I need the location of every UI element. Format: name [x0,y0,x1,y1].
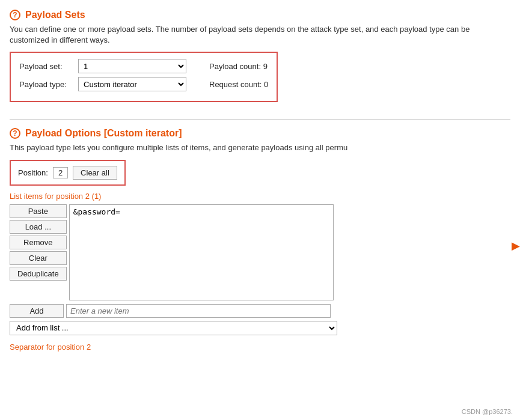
clear-all-button[interactable]: Clear all [73,166,117,180]
deduplicate-button[interactable]: Deduplicate [10,267,67,281]
payload-sets-header: ? Payload Sets [10,10,510,20]
arrow-right-icon: ▶ [512,240,520,251]
payload-count-label: Payload count: 9 [209,62,268,71]
remove-button[interactable]: Remove [10,236,67,249]
payload-sets-help-icon[interactable]: ? [10,10,20,20]
position-value: 2 [53,167,68,178]
add-item-input[interactable] [66,304,331,318]
paste-button[interactable]: Paste [10,204,67,218]
load-button[interactable]: Load ... [10,220,67,234]
request-count-value: 0 [264,80,268,89]
payload-type-label: Payload type: [19,80,73,89]
list-area: Paste Load ... Remove Clear Deduplicate … [10,204,510,300]
payload-set-label: Payload set: [19,62,73,71]
position-config-box: Position: 2 Clear all [10,160,126,186]
list-action-buttons: Paste Load ... Remove Clear Deduplicate [10,204,67,281]
payload-sets-title: Payload Sets [25,10,85,20]
add-from-list-select[interactable]: Add from list ... [10,321,337,335]
payload-options-description: This payload type lets you configure mul… [10,142,510,153]
list-section-title: List items for position 2 (1) [10,192,510,201]
clear-button[interactable]: Clear [10,251,67,265]
payload-options-section: ? Payload Options [Custom iterator] This… [10,128,510,351]
payload-set-row: Payload set: 1 2 3 Payload count: 9 [19,59,268,73]
section-divider [10,119,510,120]
payload-type-row: Payload type: Simple list Runtime file C… [19,77,268,91]
payload-options-title: Payload Options [Custom iterator] [25,128,182,139]
payload-options-help-icon[interactable]: ? [10,128,20,139]
payload-options-header: ? Payload Options [Custom iterator] [10,128,510,139]
payload-set-select[interactable]: 1 2 3 [78,59,186,73]
list-items-textarea[interactable]: &password= [69,204,334,300]
payload-sets-section: ? Payload Sets You can define one or mor… [10,10,510,108]
request-count-label: Request count: 0 [209,80,268,89]
payload-type-select[interactable]: Simple list Runtime file Custom iterator… [78,77,186,91]
separator-title: Separator for position 2 [10,342,510,352]
add-from-list-row: Add from list ... [10,321,510,335]
payload-sets-description: You can define one or more payload sets.… [10,24,510,46]
position-label: Position: [18,168,48,177]
add-item-row: Add [10,304,510,318]
payload-count-value: 9 [263,62,268,71]
payload-sets-config-box: Payload set: 1 2 3 Payload count: 9 Payl… [10,52,278,102]
add-button[interactable]: Add [10,304,64,318]
